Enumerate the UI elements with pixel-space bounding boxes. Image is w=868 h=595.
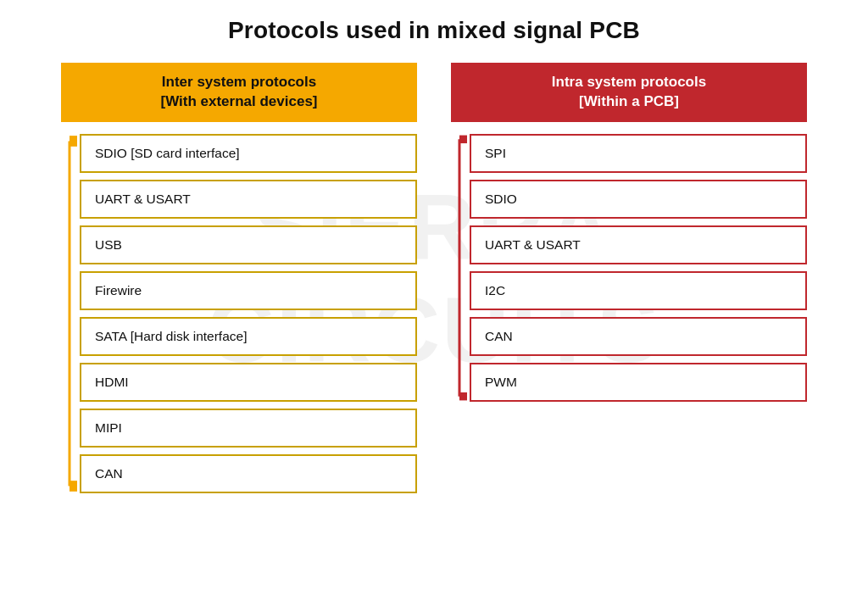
right-items-container: SPISDIOUART & USARTI2CCANPWM bbox=[451, 134, 807, 402]
right-list-item: I2C bbox=[470, 271, 807, 310]
right-items-wrapper: SPISDIOUART & USARTI2CCANPWM bbox=[451, 134, 807, 402]
left-column: Inter system protocols[With external dev… bbox=[61, 63, 417, 493]
right-list-item: UART & USART bbox=[470, 225, 807, 264]
page-title: Protocols used in mixed signal PCB bbox=[228, 17, 640, 44]
left-list-item: Firewire bbox=[80, 271, 417, 310]
right-list-item: PWM bbox=[470, 363, 807, 402]
left-items-container: SDIO [SD card interface]UART & USARTUSBF… bbox=[61, 134, 417, 493]
left-list-item: CAN bbox=[80, 454, 417, 493]
left-list-item: MIPI bbox=[80, 409, 417, 448]
left-items-wrapper: SDIO [SD card interface]UART & USARTUSBF… bbox=[61, 134, 417, 493]
right-column: Intra system protocols[Within a PCB] SPI… bbox=[451, 63, 807, 493]
right-column-header: Intra system protocols[Within a PCB] bbox=[451, 63, 807, 122]
left-column-header: Inter system protocols[With external dev… bbox=[61, 63, 417, 122]
right-list-item: CAN bbox=[470, 317, 807, 356]
right-list-item: SDIO bbox=[470, 180, 807, 219]
left-list-item: UART & USART bbox=[80, 180, 417, 219]
main-content: SIERRA CIRCUITS Inter system protocols[W… bbox=[25, 63, 843, 493]
left-list-item: HDMI bbox=[80, 363, 417, 402]
left-list-item: SATA [Hard disk interface] bbox=[80, 317, 417, 356]
left-list-item: USB bbox=[80, 225, 417, 264]
left-bracket bbox=[61, 134, 78, 493]
left-list-item: SDIO [SD card interface] bbox=[80, 134, 417, 173]
right-bracket bbox=[451, 134, 468, 402]
right-list-item: SPI bbox=[470, 134, 807, 173]
